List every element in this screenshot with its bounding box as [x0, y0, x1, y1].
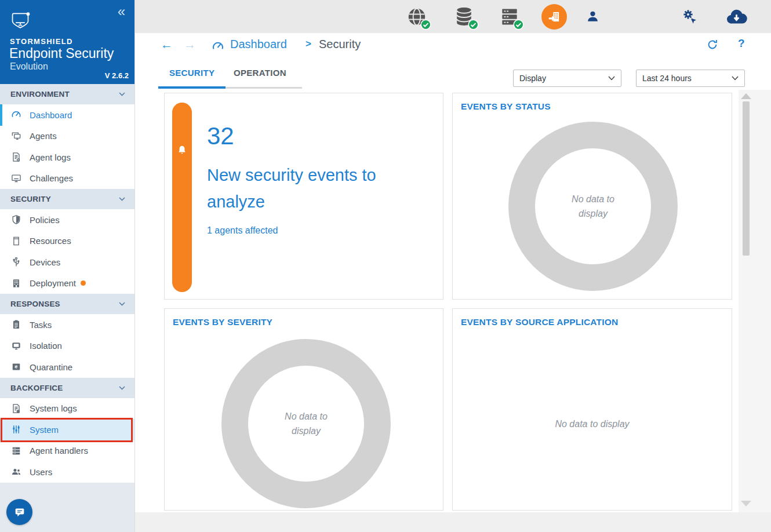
sidebar-item-quarantine[interactable]: Quarantine [0, 356, 134, 378]
sidebar-item-label: Dashboard [30, 110, 72, 120]
database-status-icon[interactable] [452, 5, 478, 30]
deployment-status-icon[interactable] [541, 4, 567, 30]
agents-affected-link[interactable]: 1 agents affected [207, 225, 278, 236]
usb-icon [10, 256, 22, 268]
chevron-down-icon [119, 197, 125, 201]
sidebar-item-label: Devices [30, 257, 60, 267]
sidebar-item-label: Users [30, 467, 52, 477]
sidebar-item-devices[interactable]: Devices [0, 252, 134, 273]
sidebar-item-policies[interactable]: Policies [0, 209, 134, 231]
users-icon [10, 466, 22, 478]
sidebar-item-users[interactable]: Users [0, 461, 134, 483]
bell-icon [176, 144, 188, 158]
inactive-tab-underline [226, 87, 302, 89]
ok-check-icon [468, 19, 479, 30]
alert-accent-bar [172, 103, 192, 292]
sidebar-item-label: Challenges [30, 173, 73, 183]
gauge-icon [211, 39, 225, 53]
sidebar-item-label: Agents [30, 131, 57, 141]
chevron-down-icon [119, 386, 125, 390]
sidebar-section-backoffice[interactable]: BACKOFFICE [0, 378, 134, 398]
server-icon [10, 445, 22, 457]
tab-security[interactable]: SECURITY [169, 68, 214, 78]
chevron-down-icon [119, 92, 125, 96]
shield-icon [10, 214, 22, 225]
sidebar-section-responses[interactable]: RESPONSES [0, 294, 134, 314]
help-icon[interactable]: ? [738, 37, 745, 50]
scrollbar-thumb[interactable] [743, 101, 750, 256]
sidebar-item-label: Agent logs [30, 152, 71, 162]
sidebar-item-label: System [30, 425, 59, 435]
card-title: EVENTS BY SEVERITY [173, 317, 272, 327]
main-content: ← → Dashboard > Security ? SECURITY OPER… [135, 33, 771, 532]
sidebar-item-label: Deployment [30, 278, 76, 288]
no-data-text: No data to display [271, 409, 341, 438]
cloud-download-icon[interactable] [725, 5, 748, 31]
brand-name: STORMSHIELD [10, 37, 73, 46]
sidebar-item-label: System logs [30, 403, 77, 413]
collapse-sidebar-icon[interactable]: « [118, 3, 125, 20]
chat-bubble-icon [13, 505, 26, 518]
sidebar-item-resources[interactable]: Resources [0, 231, 134, 252]
sidebar-section-security[interactable]: SECURITY [0, 189, 134, 209]
sidebar-item-label: Tasks [30, 320, 52, 330]
breadcrumb-dashboard-link[interactable]: Dashboard [230, 38, 287, 51]
agent-handler-status-icon[interactable] [497, 5, 523, 30]
tab-operation[interactable]: OPERATION [234, 68, 286, 78]
events-by-severity-card: EVENTS BY SEVERITY No data to display [164, 308, 443, 511]
no-data-text: No data to display [558, 192, 628, 221]
section-label: ENVIRONMENT [10, 90, 70, 99]
internet-status-icon[interactable] [405, 5, 430, 30]
sidebar-item-label: Agent handlers [30, 446, 88, 456]
scroll-up-arrow-icon[interactable] [741, 93, 751, 99]
card-title: EVENTS BY SOURCE APPLICATION [461, 317, 618, 327]
ok-check-icon [513, 19, 524, 30]
sidebar: « STORMSHIELD Endpoint Security Evolutio… [0, 0, 135, 532]
brand-edition: Evolution [10, 61, 48, 72]
sidebar-footer [0, 483, 134, 532]
user-icon[interactable] [585, 9, 600, 26]
sidebar-item-agent-logs[interactable]: Agent logs [0, 147, 134, 168]
history-forward-icon[interactable]: → [184, 38, 196, 52]
sidebar-item-challenges[interactable]: Challenges [0, 168, 134, 190]
sidebar-item-agents[interactable]: Agents [0, 126, 134, 147]
deployment-pending-dot [81, 280, 86, 286]
sidebar-item-system-logs[interactable]: System logs [0, 398, 134, 420]
clipboard-icon [10, 319, 22, 330]
gauge-icon [10, 109, 22, 121]
time-range-dropdown[interactable]: Last 24 hours [636, 70, 745, 87]
stormshield-logo-icon [9, 9, 31, 32]
sidebar-item-tasks[interactable]: Tasks [0, 314, 134, 336]
new-events-count: 32 [207, 122, 234, 150]
sidebar-item-dashboard[interactable]: Dashboard [0, 104, 134, 126]
sidebar-section-environment[interactable]: ENVIRONMENT [0, 84, 134, 104]
display-dropdown[interactable]: Display [513, 70, 621, 87]
content-bottom-gutter [135, 512, 771, 532]
scroll-down-arrow-icon[interactable] [741, 501, 751, 507]
new-events-title: New security events to analyze [207, 162, 392, 215]
sidebar-item-deployment[interactable]: Deployment [0, 273, 134, 294]
sidebar-item-isolation[interactable]: Isolation [0, 336, 134, 357]
brand-product: Endpoint Security [9, 46, 114, 61]
monitors-icon [10, 130, 22, 142]
events-by-status-card: EVENTS BY STATUS No data to display [452, 93, 732, 300]
new-events-card[interactable]: 32 New security events to analyze 1 agen… [164, 93, 443, 300]
section-label: RESPONSES [10, 300, 60, 308]
services-gear-icon[interactable] [681, 8, 697, 27]
time-range-dropdown-value: Last 24 hours [642, 74, 692, 83]
sidebar-item-system[interactable]: System [0, 419, 134, 440]
page-icon [10, 235, 22, 247]
global-status-bar [135, 0, 771, 33]
section-label: SECURITY [10, 195, 51, 203]
display-dropdown-value: Display [519, 74, 546, 83]
sidebar-item-label: Isolation [30, 341, 62, 351]
quarantine-box-icon [10, 361, 22, 373]
refresh-icon[interactable] [706, 38, 719, 53]
sidebar-item-agent-handlers[interactable]: Agent handlers [0, 440, 134, 462]
feedback-chat-button[interactable] [6, 499, 32, 525]
active-tab-underline [158, 86, 226, 89]
sliders-icon [10, 424, 22, 435]
history-back-icon[interactable]: ← [161, 38, 173, 52]
no-data-text: No data to display [453, 419, 732, 429]
chevron-down-icon [119, 302, 125, 306]
